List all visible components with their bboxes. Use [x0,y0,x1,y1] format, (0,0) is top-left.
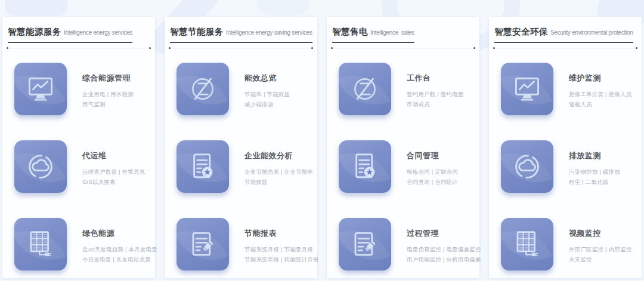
item-title: 排放监测 [569,150,620,161]
service-item[interactable]: 代运维运维客户数量 | 告警总览GIS以及搜索 [8,140,150,218]
landing-page: 智慧能源服务Intelligence energy services综合能源管理… [0,0,644,289]
item-desc-line: 电量负荷监控 | 电量偏差监控 [407,244,481,254]
monitor-chart-icon[interactable] [14,63,67,115]
item-desc-line: 节能效益 [244,177,313,187]
item-text: 工作台签约用户数 | 签约电量市场成员 [407,63,464,140]
item-text: 综合能源管理企业用电 | 用水检测用气监测 [82,63,134,140]
service-panel: 智慧能源服务Intelligence energy services综合能源管理… [2,17,155,278]
underline-dot-right [311,47,313,49]
item-title: 绿色能源 [82,228,157,239]
monitor-chart-icon[interactable] [501,63,553,115]
item-text: 合同管理模板合同 | 定制合同合同查询 | 合同统计 [407,140,458,218]
item-desc-line: 用户用能监控 | 分析用电偏差 [407,254,481,265]
item-text: 代运维运维客户数量 | 告警总览GIS以及搜索 [82,140,145,218]
item-desc-line: 污染物排放 | 碳排放 [569,167,620,177]
panel-items: 维护监测抢修工单分类 | 抢修人员巡检人员排放监测污染物排放 | 碳排放粉尘 |… [494,63,636,289]
panel-title: 智慧节能服务 [170,27,224,36]
service-item[interactable]: 企业能效分析企业节能总览 | 企业节能率节能效益 [170,140,312,218]
item-desc-line: 粉尘 | 二氧化硫 [569,177,620,187]
item-desc-line: 今日发电量 | 各发电站总量 [82,254,157,265]
solar-panel-icon[interactable] [501,218,553,270]
cloud-circle-icon[interactable] [501,140,553,193]
service-item[interactable]: 视频监控外部厂区监控 | 内部监控火灾监控 [494,218,636,289]
z-circle-icon[interactable] [339,63,391,115]
item-desc-line: 签约用户数 | 签约电量 [407,89,464,99]
service-item[interactable]: 绿色能源近30天发电趋势 | 本月发电量今日发电量 | 各发电站总量 [8,218,150,289]
panel-subtitle: Intelligence sales [370,29,414,36]
panel-title: 智慧售电 [332,27,368,36]
panel-subtitle: Intelligence energy services [64,29,132,36]
service-item[interactable]: 过程管理电量负荷监控 | 电量偏差监控用户用能监控 | 分析用电偏差 [332,218,474,289]
bg-shape [256,0,310,15]
service-item[interactable]: 节能报表节能系统月报 | 节能量月报节能系统年报 | 耗能统计月报 [170,218,312,289]
service-item[interactable]: 合同管理模板合同 | 定制合同合同查询 | 合同统计 [332,140,474,218]
panel-title-group: 智慧安全环保Security environmental protection [494,26,633,43]
item-desc-line: 节能系统年报 | 耗能统计月报 [244,254,319,265]
sections-row: 智慧能源服务Intelligence energy services综合能源管理… [2,17,642,278]
item-text: 维护监测抢修工单分类 | 抢修人员巡检人员 [569,63,631,140]
item-title: 维护监测 [569,73,631,84]
item-desc-line: 企业用电 | 用水检测 [82,89,134,99]
panel-title-group: 智慧售电Intelligence sales [332,26,414,43]
panel-subtitle: Security environmental protection [550,29,633,36]
panel-header: 智慧售电Intelligence sales [332,26,474,48]
item-desc-line: 用气监测 [82,99,134,109]
cloud-circle-icon[interactable] [14,140,67,193]
item-title: 视频监控 [569,228,631,239]
doc-star-icon[interactable] [177,140,229,193]
item-desc-line: 企业节能总览 | 企业节能率 [244,167,313,177]
service-item[interactable]: 能效总览节能率 | 节能效益减少碳排放 [170,63,312,140]
service-panel: 智慧售电Intelligence sales工作台签约用户数 | 签约电量市场成… [327,17,479,278]
panel-title: 智慧能源服务 [8,27,61,36]
item-title: 合同管理 [407,150,458,161]
item-desc-line: GIS以及搜索 [82,177,145,187]
item-desc-line: 巡检人员 [569,99,631,109]
item-title: 企业能效分析 [244,150,313,161]
panel-subtitle: Intelligence energy saving services [226,29,312,36]
item-title: 能效总览 [244,73,290,84]
item-desc-line: 火灾监控 [569,254,631,265]
item-desc-line: 节能率 | 节能效益 [244,89,290,99]
z-circle-icon[interactable] [177,63,229,115]
solar-panel-icon[interactable] [14,218,67,270]
panel-title-group: 智慧节能服务Intelligence energy saving service… [170,26,312,43]
item-title: 综合能源管理 [82,73,134,84]
item-text: 能效总览节能率 | 节能效益减少碳排放 [244,63,290,140]
underline-dot-right [636,47,637,49]
item-desc-line: 抢修工单分类 | 抢修人员 [569,89,631,99]
item-desc-line: 节能系统月报 | 节能量月报 [244,244,319,254]
item-desc-line: 模板合同 | 定制合同 [407,167,458,177]
panel-items: 综合能源管理企业用电 | 用水检测用气监测代运维运维客户数量 | 告警总览GIS… [8,63,150,289]
underline-dot-left [169,47,171,49]
item-desc-line: 减少碳排放 [244,99,290,109]
item-title: 过程管理 [407,228,481,239]
item-text: 节能报表节能系统月报 | 节能量月报节能系统年报 | 耗能统计月报 [244,218,319,289]
underline-dot-left [7,47,8,49]
panel-header: 智慧能源服务Intelligence energy services [8,26,150,48]
panel-header: 智慧节能服务Intelligence energy saving service… [170,26,312,48]
underline-dot-left [331,47,333,49]
doc-star-icon[interactable] [339,140,391,193]
panel-header: 智慧安全环保Security environmental protection [494,26,636,48]
item-desc-line: 合同查询 | 合同统计 [407,177,458,187]
panel-items: 能效总览节能率 | 节能效益减少碳排放企业能效分析企业节能总览 | 企业节能率节… [170,63,312,289]
underline-dot-right [473,47,475,49]
item-text: 企业能效分析企业节能总览 | 企业节能率节能效益 [244,140,313,218]
item-desc-line: 近30天发电趋势 | 本月发电量 [82,244,157,254]
service-item[interactable]: 综合能源管理企业用电 | 用水检测用气监测 [8,63,150,140]
service-item[interactable]: 工作台签约用户数 | 签约电量市场成员 [332,63,474,140]
service-item[interactable]: 维护监测抢修工单分类 | 抢修人员巡检人员 [494,63,636,140]
item-title: 工作台 [407,73,464,84]
service-panel: 智慧安全环保Security environmental protection维… [489,17,642,278]
service-item[interactable]: 排放监测污染物排放 | 碳排放粉尘 | 二氧化硫 [494,140,636,218]
panel-title-group: 智慧能源服务Intelligence energy services [8,26,132,43]
doc-pencil-icon[interactable] [339,218,391,270]
underline-dot-left [493,47,495,49]
panel-title: 智慧安全环保 [494,27,548,36]
item-text: 绿色能源近30天发电趋势 | 本月发电量今日发电量 | 各发电站总量 [82,218,157,289]
item-text: 排放监测污染物排放 | 碳排放粉尘 | 二氧化硫 [569,140,620,218]
item-desc-line: 运维客户数量 | 告警总览 [82,167,145,177]
item-text: 过程管理电量负荷监控 | 电量偏差监控用户用能监控 | 分析用电偏差 [407,218,481,289]
item-title: 代运维 [82,150,145,161]
doc-pencil-icon[interactable] [177,218,229,270]
